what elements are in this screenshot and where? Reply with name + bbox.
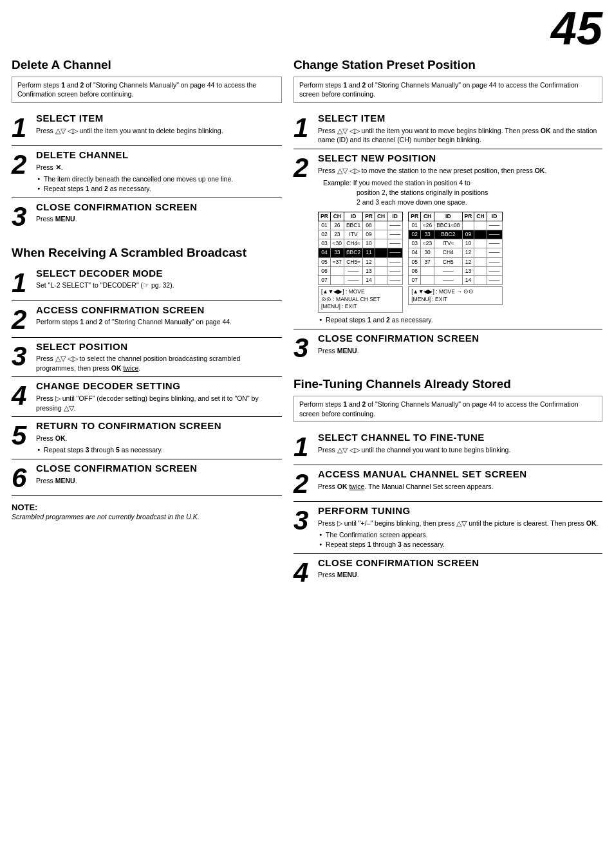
fine-tuning-section: Fine-Tuning Channels Already Stored Perf… (293, 377, 602, 590)
ft2-number: 2 (293, 470, 318, 497)
cs3-number: 3 (293, 335, 318, 362)
right-column: Change Station Preset Position Perform s… (293, 58, 602, 590)
s6-content: CLOSE CONFIRMATION SCREEN Press MENU. (36, 463, 282, 485)
ft3-bullets: The Confirmation screen appears. Repeat … (319, 530, 602, 549)
s6-heading: CLOSE CONFIRMATION SCREEN (36, 463, 282, 474)
scrambled-section: When Receiving A Scrambled Broadcast 1 S… (12, 246, 282, 522)
cs1-text: Press △▽ ◁▷ until the item you want to m… (318, 126, 602, 145)
ft3-content: PERFORM TUNING Press ▷ until "+/–" begin… (318, 506, 602, 549)
ft-step-2: 2 ACCESS MANUAL CHANNEL SET SCREEN Press… (293, 465, 602, 502)
cs2-example: Example: If you moved the station in pos… (318, 178, 602, 207)
s3-text: Press △▽ ◁▷ to select the channel positi… (36, 354, 282, 373)
scrambled-title: When Receiving A Scrambled Broadcast (12, 246, 282, 261)
cs1-heading: SELECT ITEM (318, 113, 602, 124)
cs-step-2: 2 SELECT NEW POSITION Press △▽ ◁▷ to mov… (293, 149, 602, 329)
cs-step-3: 3 CLOSE CONFIRMATION SCREEN Press MENU. (293, 329, 602, 365)
delete-step-3: 3 CLOSE CONFIRMATION SCREEN Press MENU. (12, 198, 282, 234)
step-1-heading: SELECT ITEM (36, 113, 282, 124)
step-3-content: CLOSE CONFIRMATION SCREEN Press MENU. (36, 202, 282, 224)
bullet-item: The Confirmation screen appears. (319, 530, 602, 540)
s3-number: 3 (12, 343, 36, 370)
cs2-content: SELECT NEW POSITION Press △▽ ◁▷ to move … (318, 153, 602, 325)
s3-heading: SELECT POSITION (36, 342, 282, 353)
s1-content: SELECT DECODER MODE Set "L-2 SELECT" to … (36, 268, 282, 290)
scrambled-step-3: 3 SELECT POSITION Press △▽ ◁▷ to select … (12, 338, 282, 378)
after-table-section: PRCHIDPRCHID 01≈26BBC1≈08—— 0233BBC209——… (408, 212, 502, 313)
cs2-heading: SELECT NEW POSITION (318, 153, 602, 164)
ft1-heading: SELECT CHANNEL TO FINE-TUNE (318, 432, 602, 443)
change-station-intro: Perform steps 1 and 2 of "Storing Channe… (293, 77, 602, 103)
cs2-number: 2 (293, 154, 318, 181)
s6-text: Press MENU. (36, 476, 282, 486)
s5-number: 5 (12, 422, 36, 449)
bullet-item: Repeat steps 3 through 5 as necessary. (37, 445, 282, 455)
ft-step-3: 3 PERFORM TUNING Press ▷ until "+/–" beg… (293, 502, 602, 554)
bullet-item: Repeat steps 1 and 2 as necessary. (37, 184, 282, 194)
fine-tuning-title: Fine-Tuning Channels Already Stored (293, 377, 602, 392)
s2-content: ACCESS CONFIRMATION SCREEN Perform steps… (36, 305, 282, 327)
s4-heading: CHANGE DECODER SETTING (36, 381, 282, 392)
delete-channel-title: Delete A Channel (12, 58, 282, 73)
s4-text: Press ▷ until "OFF" (decoder setting) be… (36, 394, 282, 412)
cs2-bullets: Repeat steps 1 and 2 as necessary. (319, 315, 602, 325)
ft-step-4: 4 CLOSE CONFIRMATION SCREEN Press MENU. (293, 554, 602, 590)
s1-heading: SELECT DECODER MODE (36, 268, 282, 279)
s5-heading: RETURN TO CONFIRMATION SCREEN (36, 421, 282, 432)
cs2-text: Press △▽ ◁▷ to move the station to the n… (318, 166, 602, 176)
s1-text: Set "L-2 SELECT" to "DECODER" (☞ pg. 32)… (36, 281, 282, 290)
s6-number: 6 (12, 465, 36, 492)
step-2-bullets: The item directly beneath the cancelled … (37, 174, 282, 193)
scrambled-step-1: 1 SELECT DECODER MODE Set "L-2 SELECT" t… (12, 264, 282, 301)
delete-channel-section: Delete A Channel Perform steps 1 and 2 o… (12, 58, 282, 234)
ft2-content: ACCESS MANUAL CHANNEL SET SCREEN Press O… (318, 469, 602, 491)
scrambled-step-6: 6 CLOSE CONFIRMATION SCREEN Press MENU. (12, 459, 282, 496)
bullet-item: Repeat steps 1 and 2 as necessary. (319, 315, 602, 325)
fine-tuning-intro: Perform steps 1 and 2 of "Storing Channe… (293, 396, 602, 422)
s2-heading: ACCESS CONFIRMATION SCREEN (36, 305, 282, 316)
step-1-content: SELECT ITEM Press △▽ ◁▷ until the item y… (36, 113, 282, 135)
cs3-content: CLOSE CONFIRMATION SCREEN Press MENU. (318, 333, 602, 355)
page-number: 45 (551, 5, 602, 51)
s5-bullets: Repeat steps 3 through 5 as necessary. (37, 445, 282, 455)
s5-content: RETURN TO CONFIRMATION SCREEN Press OK. … (36, 421, 282, 455)
ft4-number: 4 (293, 559, 318, 586)
after-table: PRCHIDPRCHID 01≈26BBC1≈08—— 0233BBC209——… (408, 212, 502, 284)
step-2-text: Press ✕. (36, 163, 282, 172)
ft2-heading: ACCESS MANUAL CHANNEL SET SCREEN (318, 469, 602, 480)
step-2-heading: DELETE CHANNEL (36, 150, 282, 161)
scrambled-step-2: 2 ACCESS CONFIRMATION SCREEN Perform ste… (12, 301, 282, 338)
delete-step-1: 1 SELECT ITEM Press △▽ ◁▷ until the item… (12, 109, 282, 146)
ft4-heading: CLOSE CONFIRMATION SCREEN (318, 558, 602, 569)
cs1-number: 1 (293, 115, 318, 142)
cs-step-1: 1 SELECT ITEM Press △▽ ◁▷ until the item… (293, 109, 602, 149)
step-3-heading: CLOSE CONFIRMATION SCREEN (36, 202, 282, 213)
step-1-text: Press △▽ ◁▷ until the item you want to d… (36, 126, 282, 136)
ft3-heading: PERFORM TUNING (318, 506, 602, 517)
s2-number: 2 (12, 306, 36, 333)
channel-tables: PRCHIDPRCHID 0126BBC108—— 0223ITV09—— 03… (318, 212, 602, 313)
scrambled-step-5: 5 RETURN TO CONFIRMATION SCREEN Press OK… (12, 417, 282, 459)
ft-step-1: 1 SELECT CHANNEL TO FINE-TUNE Press △▽ ◁… (293, 429, 602, 465)
change-station-section: Change Station Preset Position Perform s… (293, 58, 602, 365)
step-3-number: 3 (12, 203, 36, 230)
note-text: Scrambled programmes are not currently b… (12, 512, 282, 522)
step-3-text: Press MENU. (36, 214, 282, 224)
after-table-caption: [▲▼◀▶] : MOVE → ⊙⊙[MENU] : EXIT (408, 286, 502, 306)
ft4-content: CLOSE CONFIRMATION SCREEN Press MENU. (318, 558, 602, 580)
step-1-number: 1 (12, 115, 36, 142)
delete-step-2: 2 DELETE CHANNEL Press ✕. The item direc… (12, 146, 282, 198)
s2-text: Perform steps 1 and 2 of "Storing Channe… (36, 317, 282, 327)
bullet-item: Repeat steps 1 through 3 as necessary. (319, 540, 602, 549)
s5-text: Press OK. (36, 434, 282, 443)
s1-number: 1 (12, 270, 36, 297)
ft2-text: Press OK twice. The Manual Channel Set s… (318, 482, 602, 492)
scrambled-step-4: 4 CHANGE DECODER SETTING Press ▷ until "… (12, 377, 282, 417)
before-table: PRCHIDPRCHID 0126BBC108—— 0223ITV09—— 03… (318, 212, 403, 284)
ft1-number: 1 (293, 434, 318, 461)
delete-channel-intro: Perform steps 1 and 2 of "Storing Channe… (12, 77, 282, 103)
s3-content: SELECT POSITION Press △▽ ◁▷ to select th… (36, 342, 282, 373)
step-2-number: 2 (12, 151, 36, 178)
ft1-content: SELECT CHANNEL TO FINE-TUNE Press △▽ ◁▷ … (318, 432, 602, 454)
left-column: Delete A Channel Perform steps 1 and 2 o… (12, 58, 282, 590)
note-title: NOTE: (12, 503, 282, 512)
